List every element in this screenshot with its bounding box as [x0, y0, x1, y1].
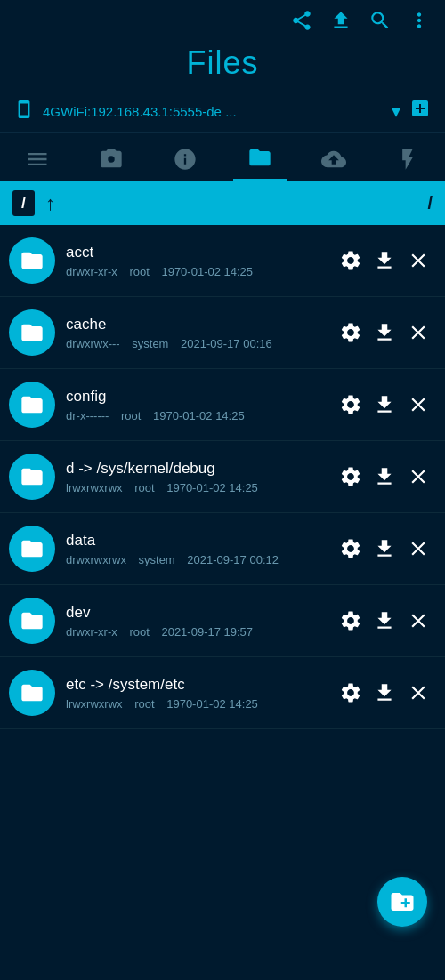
file-actions — [336, 679, 433, 707]
tab-bar — [0, 133, 445, 181]
file-owner: root — [121, 409, 141, 422]
file-meta: drwxr-xr-x root 1970-01-02 14:25 — [66, 265, 326, 278]
path-root[interactable]: / — [12, 190, 35, 216]
file-name: etc -> /system/etc — [66, 676, 326, 694]
list-item: acct drwxr-xr-x root 1970-01-02 14:25 — [0, 225, 445, 297]
file-list: acct drwxr-xr-x root 1970-01-02 14:25 — [0, 225, 445, 729]
file-name: d -> /sys/kernel/debug — [66, 460, 326, 478]
list-item: dev drwxr-xr-x root 2021-09-17 19:57 — [0, 585, 445, 657]
file-actions — [336, 246, 433, 275]
file-owner: root — [129, 625, 149, 639]
tab-info[interactable] — [158, 141, 212, 181]
delete-button[interactable] — [404, 390, 433, 419]
file-permissions: dr-x------ — [66, 409, 109, 422]
add-connection-icon[interactable] — [409, 98, 431, 125]
settings-button[interactable] — [336, 606, 365, 635]
download-button[interactable] — [370, 606, 399, 635]
file-actions — [336, 318, 433, 347]
file-name: acct — [66, 244, 326, 261]
file-meta: lrwxrwxrwx root 1970-01-02 14:25 — [66, 481, 326, 494]
file-info: data drwxrwxrwx system 2021-09-17 00:12 — [66, 532, 326, 566]
delete-button[interactable] — [404, 534, 433, 563]
folder-icon[interactable] — [9, 382, 55, 428]
download-button[interactable] — [370, 246, 399, 275]
file-owner: system — [139, 553, 175, 566]
delete-button[interactable] — [404, 679, 433, 707]
file-meta: lrwxrwxrwx root 1970-01-02 14:25 — [66, 697, 326, 711]
tab-upload[interactable] — [307, 141, 360, 181]
list-item: cache drwxrwx--- system 2021-09-17 00:16 — [0, 297, 445, 369]
path-up-icon[interactable]: ↑ — [45, 192, 55, 215]
download-button[interactable] — [370, 679, 399, 707]
upload-icon[interactable] — [329, 9, 352, 36]
file-owner: root — [134, 481, 154, 494]
settings-button[interactable] — [336, 318, 365, 347]
settings-button[interactable] — [336, 390, 365, 419]
file-actions — [336, 606, 433, 635]
file-name: data — [66, 532, 326, 550]
download-button[interactable] — [370, 318, 399, 347]
file-owner: system — [132, 337, 168, 350]
file-meta: drwxrwxrwx system 2021-09-17 00:12 — [66, 553, 326, 566]
tab-folder[interactable] — [233, 140, 287, 181]
list-item: data drwxrwxrwx system 2021-09-17 00:12 — [0, 513, 445, 585]
title-bar: Files — [0, 41, 445, 91]
settings-button[interactable] — [336, 462, 365, 491]
file-meta: dr-x------ root 1970-01-02 14:25 — [66, 409, 326, 422]
folder-icon[interactable] — [9, 598, 55, 644]
list-item: config dr-x------ root 1970-01-02 14:25 — [0, 369, 445, 441]
file-actions — [336, 462, 433, 491]
file-meta: drwxrwx--- system 2021-09-17 00:16 — [66, 337, 326, 350]
download-button[interactable] — [370, 390, 399, 419]
delete-button[interactable] — [404, 462, 433, 491]
file-date: 1970-01-02 14:25 — [161, 265, 253, 278]
settings-button[interactable] — [336, 534, 365, 563]
add-folder-fab[interactable] — [377, 877, 427, 927]
file-permissions: drwxr-xr-x — [66, 265, 117, 278]
file-info: acct drwxr-xr-x root 1970-01-02 14:25 — [66, 244, 326, 278]
search-icon[interactable] — [368, 9, 392, 36]
file-permissions: drwxr-xr-x — [66, 625, 117, 639]
file-info: config dr-x------ root 1970-01-02 14:25 — [66, 388, 326, 422]
file-owner: root — [134, 697, 154, 711]
folder-icon[interactable] — [9, 454, 55, 500]
folder-icon[interactable] — [9, 670, 55, 716]
tab-menu[interactable] — [11, 141, 64, 181]
file-info: cache drwxrwx--- system 2021-09-17 00:16 — [66, 316, 326, 350]
file-permissions: lrwxrwxrwx — [66, 697, 123, 711]
more-icon[interactable] — [408, 9, 431, 36]
connection-text: 4GWiFi:192.168.43.1:5555-de ... — [43, 104, 383, 119]
file-date: 2021-09-17 19:57 — [161, 625, 253, 639]
file-info: d -> /sys/kernel/debug lrwxrwxrwx root 1… — [66, 460, 326, 494]
file-date: 1970-01-02 14:25 — [153, 409, 245, 422]
delete-button[interactable] — [404, 606, 433, 635]
download-button[interactable] — [370, 534, 399, 563]
file-date: 1970-01-02 14:25 — [166, 481, 258, 494]
folder-icon[interactable] — [9, 526, 55, 572]
connection-bar[interactable]: 4GWiFi:192.168.43.1:5555-de ... ▾ — [0, 91, 445, 133]
tab-camera[interactable] — [85, 141, 138, 181]
file-date: 1970-01-02 14:25 — [166, 697, 258, 711]
file-date: 2021-09-17 00:16 — [181, 337, 272, 350]
top-action-bar — [0, 0, 445, 41]
folder-icon[interactable] — [9, 237, 55, 284]
delete-button[interactable] — [404, 246, 433, 275]
list-item: d -> /sys/kernel/debug lrwxrwxrwx root 1… — [0, 441, 445, 513]
file-name: dev — [66, 604, 326, 622]
file-info: etc -> /system/etc lrwxrwxrwx root 1970-… — [66, 676, 326, 711]
file-permissions: drwxrwx--- — [66, 337, 120, 350]
share-icon[interactable] — [290, 9, 313, 36]
settings-button[interactable] — [336, 679, 365, 707]
file-owner: root — [129, 265, 149, 278]
app-title: Files — [0, 44, 445, 82]
delete-button[interactable] — [404, 318, 433, 347]
file-info: dev drwxr-xr-x root 2021-09-17 19:57 — [66, 604, 326, 639]
file-name: cache — [66, 316, 326, 333]
settings-button[interactable] — [336, 246, 365, 275]
folder-icon[interactable] — [9, 309, 55, 356]
tab-flash[interactable] — [381, 141, 434, 181]
file-date: 2021-09-17 00:12 — [187, 553, 279, 566]
download-button[interactable] — [370, 462, 399, 491]
file-permissions: lrwxrwxrwx — [66, 481, 123, 494]
dropdown-arrow-icon[interactable]: ▾ — [392, 100, 400, 122]
